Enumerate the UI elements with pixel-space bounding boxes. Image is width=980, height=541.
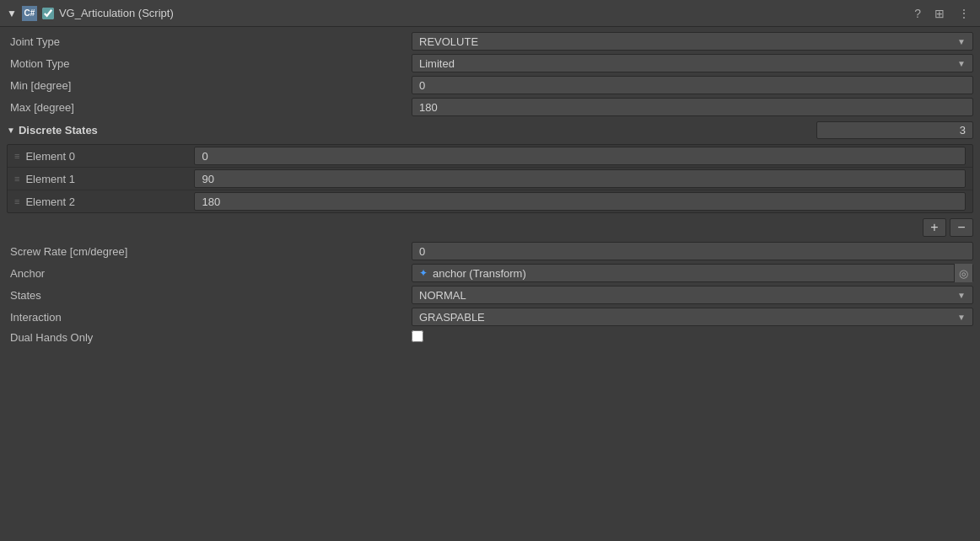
joint-type-value: REVOLUTE ▼ [412, 32, 973, 51]
panel-content: Joint Type REVOLUTE ▼ Motion Type Limite… [0, 27, 980, 350]
panel-title: VG_Articulation (Script) [59, 7, 906, 19]
joint-type-arrow-icon: ▼ [957, 37, 966, 46]
element-1-value [194, 169, 966, 188]
max-degree-input[interactable] [412, 98, 973, 116]
min-degree-label: Min [degree] [7, 79, 412, 92]
anchor-label: Anchor [7, 267, 412, 280]
interaction-label: Interaction [7, 311, 412, 324]
joint-type-dropdown[interactable]: REVOLUTE ▼ [412, 32, 973, 51]
interaction-arrow-icon: ▼ [957, 313, 966, 322]
anchor-field: ✦ anchor (Transform) ◎ [412, 264, 973, 282]
anchor-text-area: ✦ anchor (Transform) [412, 267, 954, 280]
component-enabled-checkbox[interactable] [42, 8, 54, 19]
motion-type-dropdown[interactable]: Limited ▼ [412, 54, 973, 72]
max-degree-row: Max [degree] [0, 96, 980, 118]
element-0-input[interactable] [194, 147, 966, 165]
interaction-value: GRASPABLE ▼ [412, 308, 973, 326]
states-label: States [7, 289, 412, 302]
element-0-value [194, 147, 966, 165]
joint-type-selected: REVOLUTE [419, 35, 478, 48]
element-2-input[interactable] [194, 192, 966, 211]
list-actions: + − [0, 215, 980, 240]
anchor-target-button[interactable]: ◎ [954, 264, 972, 282]
more-options-icon[interactable]: ⋮ [955, 5, 973, 22]
states-row: States NORMAL ▼ [0, 284, 980, 306]
joint-type-row: Joint Type REVOLUTE ▼ [0, 30, 980, 52]
motion-type-row: Motion Type Limited ▼ [0, 52, 980, 74]
anchor-row: Anchor ✦ anchor (Transform) ◎ [0, 262, 980, 284]
discrete-states-section: ▼ Discrete States [0, 118, 980, 142]
screw-rate-value [412, 242, 973, 260]
table-row: ≡ Element 1 [8, 168, 972, 190]
states-value: NORMAL ▼ [412, 286, 973, 304]
script-icon: C# [22, 6, 37, 21]
panel-collapse-arrow[interactable]: ▼ [7, 8, 17, 19]
min-degree-row: Min [degree] [0, 74, 980, 96]
anchor-object-name: anchor (Transform) [433, 267, 526, 280]
max-degree-value [412, 98, 973, 116]
discrete-states-list: ≡ Element 0 ≡ Element 1 ≡ Element 2 [7, 144, 973, 213]
max-degree-label: Max [degree] [7, 101, 412, 114]
drag-handle-icon[interactable]: ≡ [14, 196, 19, 206]
inspector-panel: ▼ C# VG_Articulation (Script) ? ⊞ ⋮ Join… [0, 0, 980, 350]
interaction-row: Interaction GRASPABLE ▼ [0, 306, 980, 328]
discrete-states-collapse-icon[interactable]: ▼ [7, 126, 15, 135]
states-selected: NORMAL [419, 289, 466, 302]
screw-rate-input[interactable] [412, 242, 973, 260]
target-icon: ◎ [959, 267, 968, 280]
table-row: ≡ Element 2 [8, 190, 972, 212]
dual-hands-label: Dual Hands Only [7, 331, 412, 344]
joint-type-label: Joint Type [7, 35, 412, 48]
min-degree-input[interactable] [412, 76, 973, 94]
panel-header: ▼ C# VG_Articulation (Script) ? ⊞ ⋮ [0, 0, 980, 27]
settings-icon[interactable]: ⊞ [931, 5, 948, 22]
interaction-dropdown[interactable]: GRASPABLE ▼ [412, 308, 973, 326]
dual-hands-row: Dual Hands Only [0, 328, 980, 346]
motion-type-arrow-icon: ▼ [957, 59, 966, 68]
states-arrow-icon: ▼ [957, 291, 966, 300]
element-0-label: Element 0 [25, 150, 194, 163]
table-row: ≡ Element 0 [8, 145, 972, 168]
header-actions: ? ⊞ ⋮ [911, 5, 973, 22]
element-2-label: Element 2 [25, 196, 194, 208]
interaction-selected: GRASPABLE [419, 311, 485, 324]
dual-hands-value [412, 330, 973, 345]
add-element-button[interactable]: + [923, 218, 946, 237]
element-1-label: Element 1 [25, 173, 194, 185]
discrete-states-count-input[interactable] [816, 121, 973, 139]
remove-element-button[interactable]: − [950, 218, 973, 237]
states-dropdown[interactable]: NORMAL ▼ [412, 286, 973, 304]
anchor-value-container: ✦ anchor (Transform) ◎ [412, 264, 973, 282]
motion-type-selected: Limited [419, 57, 455, 70]
screw-rate-label: Screw Rate [cm/degree] [7, 245, 412, 258]
drag-handle-icon[interactable]: ≡ [14, 151, 19, 161]
element-1-input[interactable] [194, 169, 966, 188]
dual-hands-checkbox[interactable] [412, 330, 423, 342]
drag-handle-icon[interactable]: ≡ [14, 174, 19, 184]
motion-type-label: Motion Type [7, 57, 412, 70]
min-degree-value [412, 76, 973, 94]
motion-type-value: Limited ▼ [412, 54, 973, 72]
transform-icon: ✦ [419, 267, 428, 279]
help-icon[interactable]: ? [911, 5, 924, 22]
discrete-states-title: Discrete States [19, 124, 816, 137]
element-2-value [194, 192, 966, 211]
screw-rate-row: Screw Rate [cm/degree] [0, 240, 980, 262]
